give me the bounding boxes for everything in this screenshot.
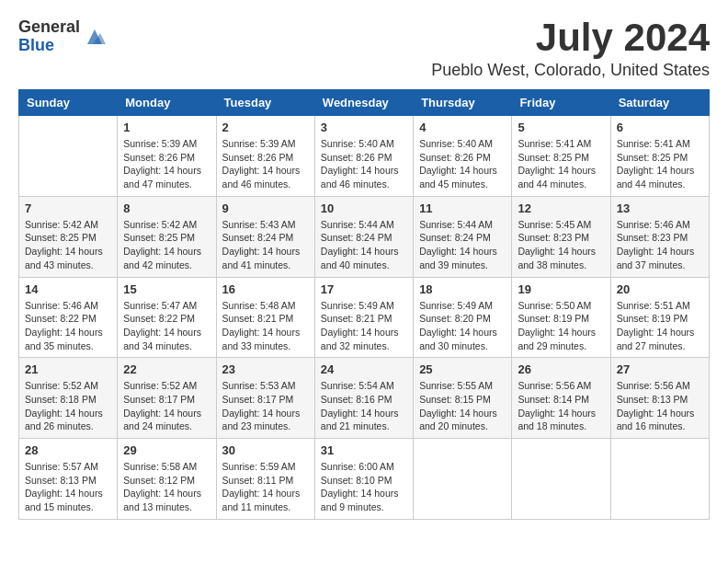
day-info: Sunrise: 5:43 AM Sunset: 8:24 PM Dayligh…	[222, 218, 309, 272]
day-info: Sunrise: 5:56 AM Sunset: 8:13 PM Dayligh…	[617, 379, 703, 433]
calendar-cell: 7Sunrise: 5:42 AM Sunset: 8:25 PM Daylig…	[19, 196, 118, 277]
calendar-cell: 5Sunrise: 5:41 AM Sunset: 8:25 PM Daylig…	[512, 116, 610, 197]
day-header-saturday: Saturday	[610, 90, 709, 116]
month-title: July 2024	[431, 18, 710, 57]
day-number: 3	[321, 121, 407, 134]
calendar-cell: 9Sunrise: 5:43 AM Sunset: 8:24 PM Daylig…	[216, 196, 314, 277]
day-number: 22	[123, 362, 210, 376]
calendar-cell: 18Sunrise: 5:49 AM Sunset: 8:20 PM Dayli…	[414, 277, 512, 358]
day-number: 28	[25, 443, 111, 457]
calendar-cell: 6Sunrise: 5:41 AM Sunset: 8:25 PM Daylig…	[610, 116, 709, 197]
day-info: Sunrise: 5:58 AM Sunset: 8:12 PM Dayligh…	[123, 460, 210, 514]
calendar-cell: 12Sunrise: 5:45 AM Sunset: 8:23 PM Dayli…	[512, 196, 610, 277]
day-header-monday: Monday	[118, 90, 216, 116]
day-number: 6	[617, 121, 703, 134]
calendar-cell: 29Sunrise: 5:58 AM Sunset: 8:12 PM Dayli…	[118, 439, 216, 520]
day-info: Sunrise: 5:44 AM Sunset: 8:24 PM Dayligh…	[321, 218, 407, 272]
calendar-cell: 20Sunrise: 5:51 AM Sunset: 8:19 PM Dayli…	[610, 277, 709, 358]
day-info: Sunrise: 5:47 AM Sunset: 8:22 PM Dayligh…	[123, 299, 210, 353]
day-info: Sunrise: 5:56 AM Sunset: 8:14 PM Dayligh…	[518, 379, 604, 433]
day-number: 23	[222, 362, 309, 376]
calendar-week-row: 7Sunrise: 5:42 AM Sunset: 8:25 PM Daylig…	[19, 196, 710, 277]
day-info: Sunrise: 5:40 AM Sunset: 8:26 PM Dayligh…	[321, 137, 407, 191]
calendar-cell: 23Sunrise: 5:53 AM Sunset: 8:17 PM Dayli…	[216, 358, 314, 439]
day-info: Sunrise: 5:40 AM Sunset: 8:26 PM Dayligh…	[419, 137, 506, 191]
calendar-cell: 30Sunrise: 5:59 AM Sunset: 8:11 PM Dayli…	[216, 439, 314, 520]
day-info: Sunrise: 5:42 AM Sunset: 8:25 PM Dayligh…	[25, 218, 111, 272]
calendar-cell: 24Sunrise: 5:54 AM Sunset: 8:16 PM Dayli…	[314, 358, 413, 439]
day-info: Sunrise: 5:48 AM Sunset: 8:21 PM Dayligh…	[222, 299, 309, 353]
calendar-cell	[414, 439, 512, 520]
calendar-cell: 19Sunrise: 5:50 AM Sunset: 8:19 PM Dayli…	[512, 277, 610, 358]
day-header-sunday: Sunday	[19, 90, 118, 116]
logo-blue-text: Blue	[18, 37, 80, 55]
calendar-cell: 17Sunrise: 5:49 AM Sunset: 8:21 PM Dayli…	[314, 277, 413, 358]
calendar-week-row: 21Sunrise: 5:52 AM Sunset: 8:18 PM Dayli…	[19, 358, 710, 439]
header: General Blue July 2024 Pueblo West, Colo…	[18, 18, 710, 80]
day-info: Sunrise: 5:44 AM Sunset: 8:24 PM Dayligh…	[419, 218, 506, 272]
day-number: 19	[518, 282, 604, 296]
day-header-wednesday: Wednesday	[314, 90, 413, 116]
calendar-cell	[610, 439, 709, 520]
day-info: Sunrise: 5:55 AM Sunset: 8:15 PM Dayligh…	[419, 379, 506, 433]
calendar-cell	[512, 439, 610, 520]
calendar-cell: 21Sunrise: 5:52 AM Sunset: 8:18 PM Dayli…	[19, 358, 118, 439]
calendar-week-row: 14Sunrise: 5:46 AM Sunset: 8:22 PM Dayli…	[19, 277, 710, 358]
day-number: 9	[222, 201, 309, 215]
day-number: 12	[518, 201, 604, 215]
calendar-cell: 11Sunrise: 5:44 AM Sunset: 8:24 PM Dayli…	[414, 196, 512, 277]
day-info: Sunrise: 5:41 AM Sunset: 8:25 PM Dayligh…	[617, 137, 703, 191]
calendar-cell: 8Sunrise: 5:42 AM Sunset: 8:25 PM Daylig…	[118, 196, 216, 277]
day-number: 16	[222, 282, 309, 296]
day-number: 2	[222, 121, 309, 134]
day-header-friday: Friday	[512, 90, 610, 116]
calendar-cell: 26Sunrise: 5:56 AM Sunset: 8:14 PM Dayli…	[512, 358, 610, 439]
day-info: Sunrise: 5:49 AM Sunset: 8:20 PM Dayligh…	[419, 299, 506, 353]
day-number: 30	[222, 443, 309, 457]
calendar-cell: 15Sunrise: 5:47 AM Sunset: 8:22 PM Dayli…	[118, 277, 216, 358]
calendar-cell: 2Sunrise: 5:39 AM Sunset: 8:26 PM Daylig…	[216, 116, 314, 197]
calendar-cell: 14Sunrise: 5:46 AM Sunset: 8:22 PM Dayli…	[19, 277, 118, 358]
day-number: 11	[419, 201, 506, 215]
calendar-week-row: 28Sunrise: 5:57 AM Sunset: 8:13 PM Dayli…	[19, 439, 710, 520]
day-number: 8	[123, 201, 210, 215]
day-info: Sunrise: 5:59 AM Sunset: 8:11 PM Dayligh…	[222, 460, 309, 514]
day-header-thursday: Thursday	[414, 90, 512, 116]
day-number: 27	[617, 362, 703, 376]
calendar-cell: 28Sunrise: 5:57 AM Sunset: 8:13 PM Dayli…	[19, 439, 118, 520]
calendar-cell: 1Sunrise: 5:39 AM Sunset: 8:26 PM Daylig…	[118, 116, 216, 197]
day-number: 1	[123, 121, 210, 134]
calendar-cell: 3Sunrise: 5:40 AM Sunset: 8:26 PM Daylig…	[314, 116, 413, 197]
day-info: Sunrise: 5:54 AM Sunset: 8:16 PM Dayligh…	[321, 379, 407, 433]
day-info: Sunrise: 5:42 AM Sunset: 8:25 PM Dayligh…	[123, 218, 210, 272]
day-number: 25	[419, 362, 506, 376]
calendar-cell: 10Sunrise: 5:44 AM Sunset: 8:24 PM Dayli…	[314, 196, 413, 277]
calendar-cell: 25Sunrise: 5:55 AM Sunset: 8:15 PM Dayli…	[414, 358, 512, 439]
day-number: 29	[123, 443, 210, 457]
day-number: 4	[419, 121, 506, 134]
calendar-cell: 13Sunrise: 5:46 AM Sunset: 8:23 PM Dayli…	[610, 196, 709, 277]
day-number: 26	[518, 362, 604, 376]
day-info: Sunrise: 5:53 AM Sunset: 8:17 PM Dayligh…	[222, 379, 309, 433]
calendar-cell: 27Sunrise: 5:56 AM Sunset: 8:13 PM Dayli…	[610, 358, 709, 439]
day-number: 31	[321, 443, 407, 457]
day-info: Sunrise: 5:41 AM Sunset: 8:25 PM Dayligh…	[518, 137, 604, 191]
calendar-cell	[19, 116, 118, 197]
day-info: Sunrise: 5:52 AM Sunset: 8:17 PM Dayligh…	[123, 379, 210, 433]
calendar-cell: 4Sunrise: 5:40 AM Sunset: 8:26 PM Daylig…	[414, 116, 512, 197]
day-info: Sunrise: 5:39 AM Sunset: 8:26 PM Dayligh…	[123, 137, 210, 191]
title-area: July 2024 Pueblo West, Colorado, United …	[431, 18, 710, 80]
day-header-tuesday: Tuesday	[216, 90, 314, 116]
day-info: Sunrise: 5:45 AM Sunset: 8:23 PM Dayligh…	[518, 218, 604, 272]
calendar-cell: 31Sunrise: 6:00 AM Sunset: 8:10 PM Dayli…	[314, 439, 413, 520]
day-info: Sunrise: 5:39 AM Sunset: 8:26 PM Dayligh…	[222, 137, 309, 191]
day-number: 18	[419, 282, 506, 296]
day-info: Sunrise: 5:46 AM Sunset: 8:22 PM Dayligh…	[25, 299, 111, 353]
day-number: 21	[25, 362, 111, 376]
logo-general-text: General	[18, 18, 80, 37]
calendar-cell: 22Sunrise: 5:52 AM Sunset: 8:17 PM Dayli…	[118, 358, 216, 439]
calendar: SundayMondayTuesdayWednesdayThursdayFrid…	[18, 89, 710, 520]
day-number: 5	[518, 121, 604, 134]
day-info: Sunrise: 5:46 AM Sunset: 8:23 PM Dayligh…	[617, 218, 703, 272]
day-number: 7	[25, 201, 111, 215]
